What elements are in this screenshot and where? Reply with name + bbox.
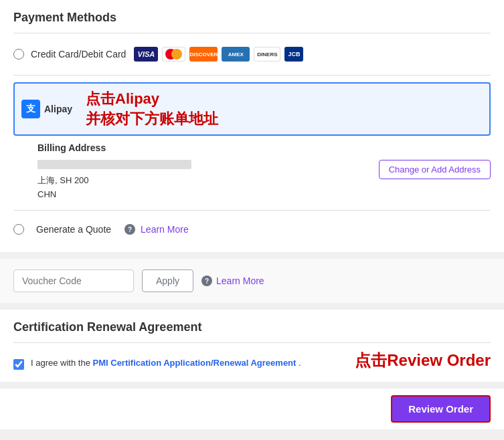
divider-4 — [13, 342, 491, 343]
learn-more-link-1[interactable]: Learn More — [141, 224, 189, 235]
credit-card-label: Credit Card/Debit Card — [31, 49, 126, 60]
agreement-section: Certification Renewal Agreement I agree … — [0, 310, 504, 382]
payment-methods-section: Payment Methods Credit Card/Debit Card V… — [0, 0, 504, 252]
credit-card-option[interactable]: Credit Card/Debit Card VISA DISCOVER AME… — [13, 40, 491, 68]
address-block: 上海, SH 200 CHN — [37, 160, 191, 199]
jcb-icon: JCB — [284, 47, 303, 62]
apply-button[interactable]: Apply — [142, 269, 193, 292]
alipay-instruction-line1: 点击Alipay — [86, 89, 218, 109]
diners-icon: DINERS — [254, 47, 280, 62]
amex-icon: AMEX — [222, 47, 250, 62]
address-blur-line — [37, 160, 191, 169]
voucher-learn-more-group: ? Learn More — [201, 276, 264, 286]
card-icons: VISA DISCOVER AMEX DINERS JCB — [134, 47, 303, 62]
billing-address-section: Billing Address 上海, SH 200 CHN Change or… — [37, 142, 491, 199]
review-order-button[interactable]: Review Order — [391, 395, 491, 423]
agreement-checkbox[interactable] — [13, 359, 24, 370]
learn-more-link-2[interactable]: Learn More — [216, 276, 264, 286]
generate-quote-row[interactable]: Generate a Quote ? Learn More — [13, 217, 491, 241]
voucher-section: Apply ? Learn More — [0, 259, 504, 303]
alipay-icon: 支 — [21, 100, 40, 118]
mastercard-icon — [162, 47, 185, 62]
voucher-help-icon: ? — [201, 276, 212, 286]
generate-quote-label: Generate a Quote — [36, 224, 111, 235]
agreement-text: I agree with the PMI Certification Appli… — [31, 358, 301, 368]
footer-row: Review Order — [0, 389, 504, 429]
alipay-label: Alipay — [44, 104, 72, 114]
quote-radio[interactable] — [13, 224, 24, 235]
alipay-logo: 支 Alipay — [21, 100, 72, 118]
address-city: 上海, SH 200 — [37, 175, 191, 187]
divider-1 — [13, 33, 491, 33]
agreement-title: Certification Renewal Agreement — [13, 320, 491, 334]
divider-3 — [13, 210, 491, 211]
agreement-check-row: I agree with the PMI Certification Appli… — [13, 358, 301, 370]
mc-right-circle — [171, 49, 182, 60]
address-row: 上海, SH 200 CHN Change or Add Address — [37, 160, 491, 199]
visa-icon: VISA — [134, 47, 158, 62]
divider-2 — [13, 75, 491, 76]
agreement-link[interactable]: PMI Certification Application/Renewal Ag… — [93, 358, 297, 368]
review-instruction: 点击Review Order — [341, 350, 491, 371]
change-address-button[interactable]: Change or Add Address — [379, 160, 491, 179]
alipay-instruction: 点击Alipay 并核对下方账单地址 — [86, 89, 218, 129]
voucher-input[interactable] — [13, 269, 134, 292]
quote-help-icon: ? — [124, 224, 135, 235]
alipay-option[interactable]: 支 Alipay 点击Alipay 并核对下方账单地址 — [13, 82, 491, 136]
payment-methods-title: Payment Methods — [13, 11, 491, 25]
address-country: CHN — [37, 189, 191, 199]
discover-icon: DISCOVER — [189, 47, 218, 62]
alipay-instruction-line2: 并核对下方账单地址 — [86, 109, 218, 129]
billing-address-label: Billing Address — [37, 142, 491, 153]
credit-card-radio[interactable] — [13, 49, 24, 60]
